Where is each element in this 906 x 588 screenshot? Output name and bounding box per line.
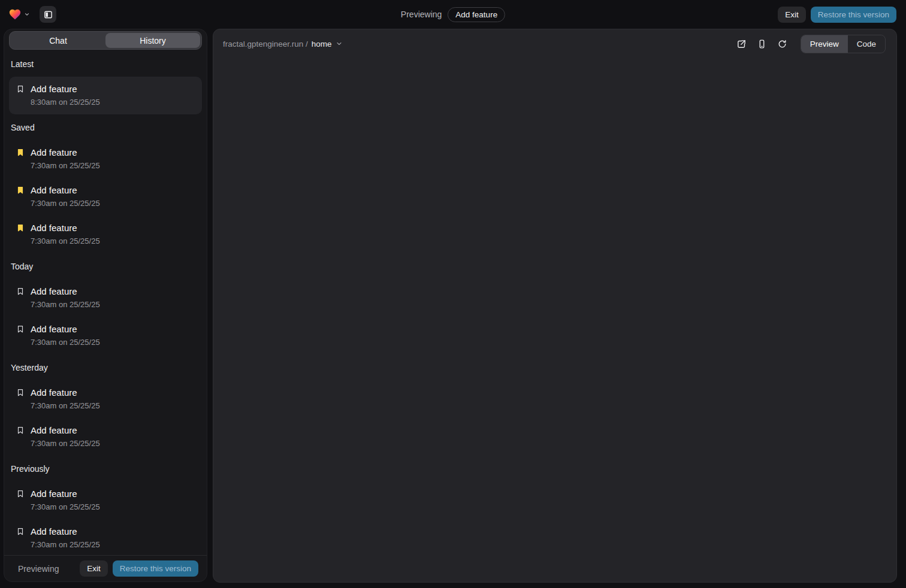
app-logo-menu[interactable] (7, 7, 31, 22)
version-entry[interactable]: Add feature 7:30am on 25/25/25 (9, 178, 202, 216)
version-entry-text: Add feature 7:30am on 25/25/25 (31, 222, 100, 247)
bookmark-filled-icon (16, 148, 25, 157)
bookmark-toggle[interactable] (16, 325, 25, 334)
history-section-entries: Add feature 7:30am on 25/25/25 Add featu… (9, 279, 202, 354)
version-entry-text: Add feature 7:30am on 25/25/25 (31, 487, 100, 513)
tab-code[interactable]: Code (848, 35, 885, 53)
sidebar-toggle-button[interactable] (40, 6, 56, 23)
preview-pane-header: fractal.gptengineer.run / home (213, 29, 896, 58)
version-entry-time: 7:30am on 25/25/25 (31, 399, 100, 412)
version-entry-text: Add feature 7:30am on 25/25/25 (31, 525, 100, 551)
version-entry-text: Add feature 7:30am on 25/25/25 (31, 424, 100, 450)
history-section-title: Saved (9, 123, 202, 133)
bookmark-icon (16, 388, 25, 397)
bookmark-filled-icon (16, 186, 25, 195)
mobile-view-button[interactable] (754, 35, 771, 52)
chevron-down-icon (24, 11, 30, 17)
bookmark-toggle[interactable] (16, 84, 25, 93)
open-in-new-window-icon (736, 39, 747, 49)
tab-preview[interactable]: Preview (801, 35, 848, 53)
history-section-entries: Add feature 7:30am on 25/25/25 Add featu… (9, 481, 202, 555)
version-entry[interactable]: Add feature 7:30am on 25/25/25 (9, 317, 202, 354)
version-entry-title: Add feature (31, 146, 100, 159)
history-section: Previously Add feature 7:30am on 25/25/2… (9, 464, 202, 555)
version-entry-time: 7:30am on 25/25/25 (31, 159, 100, 172)
topbar-left (7, 0, 56, 29)
chat-history-tabs: Chat History (9, 31, 202, 50)
version-history-list: Latest Add feature 8:30am on 25/25/25 Sa… (4, 50, 207, 555)
history-section-entries: Add feature 8:30am on 25/25/25 (9, 77, 202, 114)
footer-exit-button[interactable]: Exit (80, 560, 108, 577)
version-entry-title: Add feature (31, 386, 100, 399)
version-entry[interactable]: Add feature 7:30am on 25/25/25 (9, 519, 202, 555)
exit-button[interactable]: Exit (778, 7, 806, 23)
preview-viewport (213, 58, 896, 582)
chevron-down-icon (336, 40, 343, 47)
history-section: Latest Add feature 8:30am on 25/25/25 (9, 59, 202, 114)
bookmark-toggle[interactable] (16, 426, 25, 435)
version-entry-text: Add feature 7:30am on 25/25/25 (31, 285, 100, 311)
version-entry-time: 7:30am on 25/25/25 (31, 298, 100, 311)
bookmark-icon (16, 426, 25, 435)
history-section-title: Yesterday (9, 363, 202, 373)
bookmark-icon (16, 325, 25, 334)
version-entry-title: Add feature (31, 83, 100, 96)
version-entry-text: Add feature 8:30am on 25/25/25 (31, 83, 100, 108)
bookmark-toggle[interactable] (16, 148, 25, 157)
footer-restore-version-button[interactable]: Restore this version (113, 560, 198, 577)
version-entry-title: Add feature (31, 285, 100, 298)
tab-history[interactable]: History (105, 33, 200, 48)
version-entry[interactable]: Add feature 7:30am on 25/25/25 (9, 216, 202, 253)
footer-previewing-label: Previewing (13, 564, 59, 574)
topbar: Previewing Add feature Exit Restore this… (0, 0, 906, 29)
version-entry-title: Add feature (31, 184, 100, 197)
previewing-status-label: Previewing (401, 10, 442, 19)
tab-chat[interactable]: Chat (11, 33, 105, 48)
version-entry[interactable]: Add feature 7:30am on 25/25/25 (9, 140, 202, 178)
version-entry-time: 7:30am on 25/25/25 (31, 437, 100, 450)
version-entry[interactable]: Add feature 7:30am on 25/25/25 (9, 418, 202, 456)
version-entry-time: 7:30am on 25/25/25 (31, 538, 100, 551)
lovable-heart-icon (8, 8, 22, 21)
version-entry[interactable]: Add feature 7:30am on 25/25/25 (9, 380, 202, 418)
history-section-entries: Add feature 7:30am on 25/25/25 Add featu… (9, 140, 202, 253)
preview-url-dropdown[interactable]: fractal.gptengineer.run / home (223, 40, 343, 49)
bookmark-filled-icon (16, 223, 25, 232)
bookmark-toggle[interactable] (16, 527, 25, 536)
restore-version-button[interactable]: Restore this version (811, 7, 896, 23)
refresh-button[interactable] (774, 35, 791, 52)
bookmark-toggle[interactable] (16, 186, 25, 195)
bookmark-icon (16, 84, 25, 93)
version-entry[interactable]: Add feature 8:30am on 25/25/25 (9, 77, 202, 114)
mobile-view-icon (757, 39, 767, 49)
version-entry-title: Add feature (31, 487, 100, 501)
history-section-title: Today (9, 262, 202, 272)
open-in-new-window-button[interactable] (733, 35, 750, 52)
panel-toggle-icon (43, 10, 53, 20)
version-name-badge: Add feature (448, 7, 505, 22)
refresh-icon (777, 39, 787, 49)
version-entry-time: 7:30am on 25/25/25 (31, 501, 100, 513)
preview-toolbar: Preview Code (733, 35, 886, 53)
version-entry-text: Add feature 7:30am on 25/25/25 (31, 386, 100, 412)
version-entry-time: 8:30am on 25/25/25 (31, 96, 100, 108)
version-entry-text: Add feature 7:30am on 25/25/25 (31, 323, 100, 348)
history-section: Saved Add feature 7:30am on 25/25/25 Add… (9, 123, 202, 253)
history-section: Today Add feature 7:30am on 25/25/25 Add… (9, 262, 202, 354)
version-entry-time: 7:30am on 25/25/25 (31, 336, 100, 348)
bookmark-toggle[interactable] (16, 223, 25, 232)
preview-code-toggle: Preview Code (801, 35, 886, 53)
bookmark-toggle[interactable] (16, 489, 25, 498)
bookmark-toggle[interactable] (16, 388, 25, 397)
topbar-right: Exit Restore this version (778, 0, 896, 29)
version-entry[interactable]: Add feature 7:30am on 25/25/25 (9, 481, 202, 519)
preview-pane: fractal.gptengineer.run / home (213, 29, 897, 583)
version-entry[interactable]: Add feature 7:30am on 25/25/25 (9, 279, 202, 317)
version-entry-time: 7:30am on 25/25/25 (31, 197, 100, 210)
sidebar-footer: Previewing Exit Restore this version (4, 555, 207, 581)
history-section: Yesterday Add feature 7:30am on 25/25/25… (9, 363, 202, 456)
bookmark-toggle[interactable] (16, 287, 25, 296)
history-section-entries: Add feature 7:30am on 25/25/25 Add featu… (9, 380, 202, 456)
bookmark-icon (16, 527, 25, 536)
version-entry-time: 7:30am on 25/25/25 (31, 235, 100, 247)
